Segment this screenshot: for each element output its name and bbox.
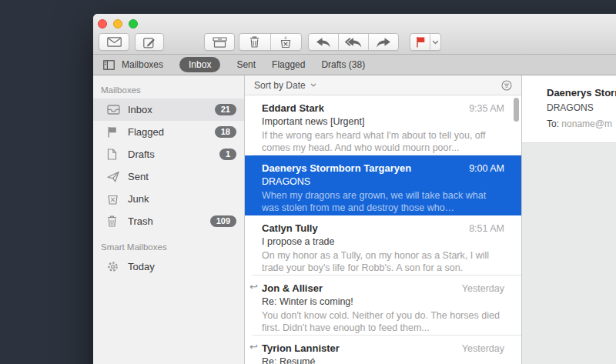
message-body xyxy=(522,143,616,364)
reply-group xyxy=(308,33,399,51)
message-row-eddard-stark[interactable]: Eddard Stark9:35 AMImportant news [Urgen… xyxy=(245,95,521,155)
delete-button[interactable] xyxy=(239,34,270,50)
unread-badge: 21 xyxy=(215,104,236,115)
reply-button[interactable] xyxy=(309,34,338,50)
sidebar-items: Inbox21Flagged18Drafts1SentJunkTrash109 xyxy=(93,99,244,232)
message-subject: I propose a trade xyxy=(262,236,504,247)
envelope-icon xyxy=(107,37,122,47)
preview-subject: DRAGONS xyxy=(547,102,616,113)
flag-group xyxy=(410,33,441,51)
forward-icon xyxy=(376,37,391,48)
reply-icon xyxy=(316,37,331,48)
message-time: Yesterday xyxy=(462,343,504,354)
favorites-tab-flagged[interactable]: Flagged xyxy=(272,59,305,70)
to-label: To: xyxy=(547,119,559,129)
favorites-tab-sent[interactable]: Sent xyxy=(236,59,256,70)
sidebar-item-drafts[interactable]: Drafts1 xyxy=(93,143,244,165)
message-row-daenerys-stormborn-targaryen[interactable]: Daenerys Stormborn Targaryen9:00 AMDRAGO… xyxy=(245,155,521,215)
favorites-tab-inbox[interactable]: Inbox xyxy=(179,57,220,72)
sidebar-smart-items: Today xyxy=(93,255,244,278)
flag-menu-button[interactable] xyxy=(430,34,440,50)
content-area: Mailboxes Inbox21Flagged18Drafts1SentJun… xyxy=(93,75,616,364)
message-time: 9:00 AM xyxy=(469,163,504,174)
archive-button[interactable] xyxy=(204,33,235,51)
message-sender: Jon & Alliser xyxy=(262,282,323,294)
sort-label: Sort by Date xyxy=(254,80,306,91)
sidebar-item-flagged[interactable]: Flagged18 xyxy=(93,121,244,143)
favorites-tab-drafts-38[interactable]: Drafts (38) xyxy=(321,59,365,70)
message-preview-pane: Daenerys Stormborn Targaryen DRAGONS To:… xyxy=(522,75,616,364)
gear-icon xyxy=(107,261,121,272)
message-sender: Daenerys Stormborn Targaryen xyxy=(262,162,411,174)
unread-badge: 109 xyxy=(210,215,236,227)
sidebar-item-label: Sent xyxy=(128,171,149,182)
sidebar-item-junk[interactable]: Junk xyxy=(93,188,244,210)
reply-all-icon xyxy=(345,37,362,48)
filter-button[interactable] xyxy=(501,80,512,91)
favorites-bar: MailboxesInboxSentFlaggedDrafts (38) xyxy=(93,55,616,75)
mail-window: MailboxesInboxSentFlaggedDrafts (38) Mai… xyxy=(93,14,616,364)
get-mail-button[interactable] xyxy=(99,33,129,51)
junk-button[interactable] xyxy=(270,34,302,50)
sidebar-item-trash[interactable]: Trash109 xyxy=(93,210,244,232)
message-subject: Re: Winter is coming! xyxy=(262,296,504,307)
preview-sender: Daenerys Stormborn Targaryen xyxy=(547,87,616,99)
compose-button[interactable] xyxy=(135,33,164,51)
sidebar-item-today[interactable]: Today xyxy=(93,255,244,278)
chevron-down-icon xyxy=(432,40,439,45)
plane-icon xyxy=(107,171,121,182)
favorites-tab-mailboxes[interactable]: Mailboxes xyxy=(122,59,163,70)
message-time: 8:51 AM xyxy=(469,223,504,234)
unread-badge: 1 xyxy=(219,149,236,160)
message-subject: DRAGONS xyxy=(262,176,504,187)
unread-badge: 18 xyxy=(215,126,236,138)
message-sender: Catlyn Tully xyxy=(262,222,318,234)
message-snippet: You don't know cold. Neither of you do. … xyxy=(262,309,504,334)
sidebar-item-inbox[interactable]: Inbox21 xyxy=(93,99,244,121)
forward-button[interactable] xyxy=(368,34,398,50)
sort-by-date-button[interactable]: Sort by Date xyxy=(254,80,316,91)
flag-icon xyxy=(416,36,425,48)
sidebar-panel-icon xyxy=(103,60,115,70)
flag-button[interactable] xyxy=(410,34,430,50)
junk-icon xyxy=(280,36,292,48)
message-row-tyrion-lannister[interactable]: ↩Tyrion LannisterYesterdayRe: Resumé xyxy=(245,336,521,364)
sort-bar: Sort by Date xyxy=(245,75,521,95)
trash-side-icon xyxy=(107,215,121,227)
message-time: 9:35 AM xyxy=(469,103,504,114)
replied-arrow-icon: ↩ xyxy=(249,282,258,292)
sidebar-item-label: Flagged xyxy=(128,126,164,138)
close-button[interactable] xyxy=(98,19,107,28)
message-rows: Eddard Stark9:35 AMImportant news [Urgen… xyxy=(245,95,521,364)
junk-side-icon xyxy=(107,194,121,205)
zoom-button[interactable] xyxy=(129,19,138,28)
flag-side-icon xyxy=(107,126,121,138)
sidebar-item-label: Today xyxy=(128,261,155,272)
sidebar-item-label: Trash xyxy=(128,215,153,227)
message-snippet: When my dragons are grown, we will take … xyxy=(262,189,504,214)
message-time: Yesterday xyxy=(462,283,504,294)
message-row-jon-alliser[interactable]: ↩Jon & AlliserYesterdayRe: Winter is com… xyxy=(245,276,521,336)
to-value: noname@m xyxy=(561,119,612,129)
sidebar-smart-section-title: Smart Mailboxes xyxy=(93,237,244,255)
draft-icon xyxy=(107,149,121,160)
trash-junk-group xyxy=(239,33,302,51)
preview-recipient: To: noname@m xyxy=(547,119,616,129)
message-snippet: On my honor as a Tully, on my honor as a… xyxy=(262,249,504,274)
toolbar xyxy=(93,14,616,55)
sidebar-item-label: Junk xyxy=(128,193,149,205)
reply-all-button[interactable] xyxy=(338,34,368,50)
message-sender: Eddard Stark xyxy=(262,102,324,114)
sidebar-item-sent[interactable]: Sent xyxy=(93,165,244,188)
minimize-button[interactable] xyxy=(113,19,122,28)
sidebar-section-title: Mailboxes xyxy=(93,80,244,99)
compose-icon xyxy=(143,36,156,48)
sidebar-item-label: Drafts xyxy=(128,149,155,160)
mailbox-list-toggle-button[interactable] xyxy=(103,60,115,70)
message-row-catlyn-tully[interactable]: Catlyn Tully8:51 AMI propose a tradeOn m… xyxy=(245,215,521,276)
sort-chevron-icon xyxy=(310,83,316,87)
list-scrollbar-thumb[interactable] xyxy=(514,98,519,122)
sidebar-item-label: Inbox xyxy=(128,104,152,115)
inbox-icon xyxy=(107,105,121,115)
filter-icon xyxy=(501,80,512,91)
